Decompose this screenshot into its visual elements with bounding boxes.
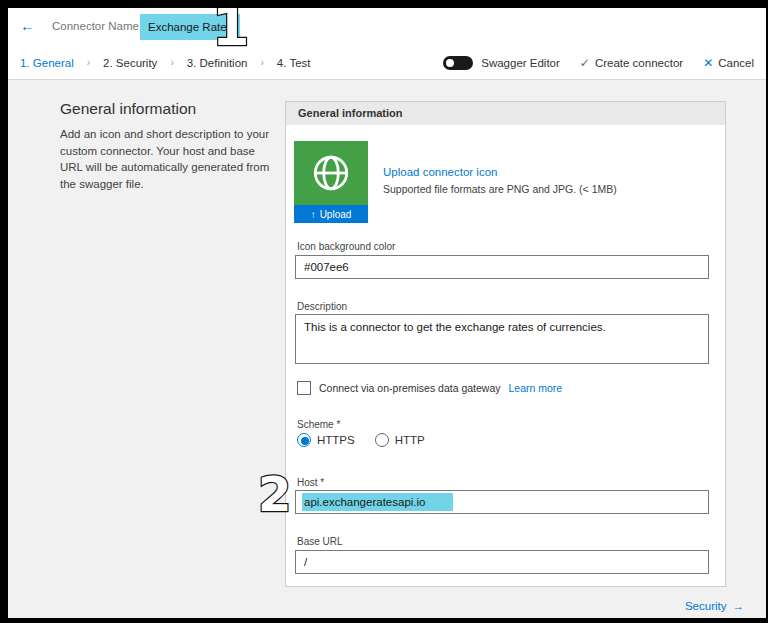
app-window: ← Connector Name Exchange Rates 1 1. Gen… [8,8,766,618]
upload-button[interactable]: ↑ Upload [294,205,368,223]
swagger-editor-toggle[interactable] [443,56,473,70]
chevron-right-icon: › [260,57,263,68]
tab-security[interactable]: 2. Security [103,57,157,69]
gateway-checkbox-label: Connect via on-premises data gateway [319,382,501,394]
http-radio[interactable] [375,433,389,447]
host-input[interactable]: api.exchangeratesapi.io [295,490,709,514]
base-url-input[interactable] [295,550,709,574]
tab-general[interactable]: 1. General [20,57,74,69]
upload-connector-icon-link[interactable]: Upload connector icon [383,166,497,178]
description-textarea[interactable]: This is a connector to get the exchange … [295,314,709,364]
connector-name-input[interactable]: Exchange Rates [140,14,240,40]
globe-icon [310,152,352,194]
gateway-row: Connect via on-premises data gateway Lea… [297,381,562,395]
upload-arrow-icon: ↑ [311,209,316,220]
gateway-checkbox[interactable] [297,381,311,395]
upload-format-hint: Supported file formats are PNG and JPG. … [383,183,617,195]
host-label: Host * [297,477,324,488]
base-url-label: Base URL [297,536,343,547]
create-connector-button[interactable]: ✓ Create connector [580,56,683,70]
check-icon: ✓ [580,56,590,70]
connector-icon-preview [294,141,368,205]
scheme-label: Scheme * [297,419,340,430]
tab-bar: 1. General › 2. Security › 3. Definition… [8,46,766,80]
host-value-highlighted: api.exchangeratesapi.io [302,493,453,511]
toggle-knob-icon [446,59,454,67]
security-next-link[interactable]: Security → [685,600,744,612]
swagger-editor-label: Swagger Editor [481,57,560,69]
upload-button-label: Upload [320,209,352,220]
chevron-right-icon: › [170,57,173,68]
https-radio[interactable] [297,433,311,447]
icon-background-color-label: Icon background color [297,241,395,252]
connector-name-label: Connector Name [52,20,139,32]
create-connector-label: Create connector [595,57,683,69]
section-description: Add an icon and short description to you… [60,126,278,193]
http-radio-label: HTTP [395,434,425,446]
cancel-button[interactable]: ✕ Cancel [703,56,754,70]
security-link-label: Security [685,600,727,612]
chevron-right-icon: › [87,57,90,68]
learn-more-link[interactable]: Learn more [509,382,563,394]
arrow-right-icon: → [733,600,745,612]
description-label: Description [297,301,347,312]
general-information-panel: General information ↑ Upload Upload conn… [285,101,726,587]
scheme-radio-group: HTTPS HTTP [297,433,445,447]
panel-header: General information [286,102,725,125]
tab-test[interactable]: 4. Test [277,57,311,69]
command-bar: Swagger Editor ✓ Create connector ✕ Canc… [443,56,754,70]
icon-background-color-input[interactable] [295,255,709,279]
close-icon: ✕ [703,56,713,70]
tab-definition[interactable]: 3. Definition [187,57,248,69]
https-radio-label: HTTPS [317,434,355,446]
cancel-label: Cancel [718,57,754,69]
back-arrow-icon[interactable]: ← [20,17,35,34]
section-title: General information [60,100,196,118]
top-bar: ← Connector Name Exchange Rates [8,8,766,46]
